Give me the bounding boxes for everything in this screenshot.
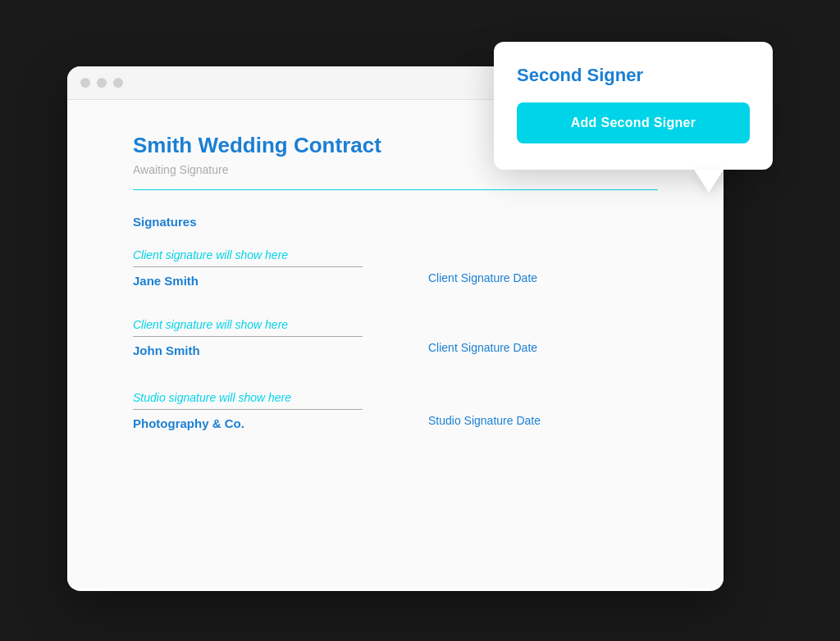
jane-date-label: Client Signature Date xyxy=(428,248,658,284)
john-signer-name: John Smith xyxy=(133,343,200,357)
popup-title: Second Signer xyxy=(517,65,750,86)
jane-signer-name: Jane Smith xyxy=(133,274,199,288)
signature-row-jane: Client signature will show here Jane Smi… xyxy=(133,248,658,289)
studio-name: Photography & Co. xyxy=(133,416,244,430)
signature-row-john: Client signature will show here John Smi… xyxy=(133,318,658,358)
add-second-signer-button[interactable]: Add Second Signer xyxy=(517,102,750,143)
signature-block-john: Client signature will show here John Smi… xyxy=(133,318,658,358)
john-signature-placeholder: Client signature will show here xyxy=(133,318,363,331)
signature-col-jane: Client signature will show here Jane Smi… xyxy=(133,248,363,289)
studio-signature-block: Studio signature will show here Photogra… xyxy=(133,391,658,431)
window-dot-2 xyxy=(97,78,107,88)
window-dot-3 xyxy=(113,78,123,88)
studio-date-col: Studio Signature Date xyxy=(428,391,658,427)
john-date-label: Client Signature Date xyxy=(428,318,658,354)
jane-date-col: Client Signature Date xyxy=(428,248,658,284)
popup-tail xyxy=(694,170,724,193)
signatures-heading: Signatures xyxy=(133,215,658,229)
john-date-col: Client Signature Date xyxy=(428,318,658,354)
studio-date-label: Studio Signature Date xyxy=(428,391,658,427)
jane-signature-placeholder: Client signature will show here xyxy=(133,248,363,261)
studio-signature-col: Studio signature will show here Photogra… xyxy=(133,391,363,431)
studio-signature-row: Studio signature will show here Photogra… xyxy=(133,391,658,431)
studio-signature-line xyxy=(133,409,363,410)
second-signer-popup: Second Signer Add Second Signer xyxy=(494,42,773,170)
john-signature-line xyxy=(133,336,363,337)
jane-signature-line xyxy=(133,266,363,267)
window-dot-1 xyxy=(80,78,90,88)
studio-signature-placeholder: Studio signature will show here xyxy=(133,391,363,404)
browser-content: Smith Wedding Contract Awaiting Signatur… xyxy=(67,100,724,589)
signature-col-john: Client signature will show here John Smi… xyxy=(133,318,363,358)
divider-top xyxy=(133,189,658,190)
signature-block-jane: Client signature will show here Jane Smi… xyxy=(133,248,658,289)
